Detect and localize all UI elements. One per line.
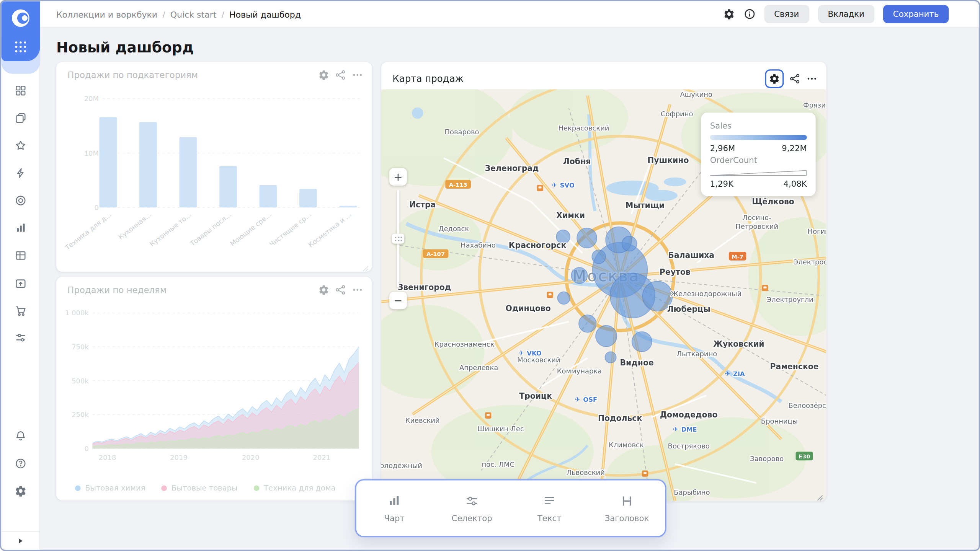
sidebar-item-collections[interactable] [15, 112, 27, 124]
add-text-button[interactable]: Текст [521, 494, 578, 523]
legend-item[interactable]: Бытовые товары [162, 484, 238, 492]
datalens-logo-icon[interactable] [9, 7, 32, 32]
zoom-out-button[interactable]: − [389, 292, 407, 309]
widget-links-icon[interactable] [335, 284, 346, 295]
heading-icon [620, 494, 634, 508]
widget-more-icon[interactable] [806, 73, 817, 84]
save-button[interactable]: Сохранить [883, 5, 949, 23]
bar-category-label: Товары посл… [188, 211, 233, 248]
widget-controls [765, 69, 817, 88]
legend-item[interactable]: Техника для дома [254, 484, 336, 492]
bar-chart: 20M10M0Техника для д…Кухонная…Кухонные т… [77, 91, 364, 266]
links-button[interactable]: Связи [764, 5, 809, 23]
breadcrumb-quick-start[interactable]: Quick start [170, 9, 217, 19]
sales-bubble[interactable] [622, 236, 637, 251]
widget-more-icon[interactable] [352, 284, 363, 295]
bar[interactable] [180, 137, 197, 207]
widget-more-icon[interactable] [352, 69, 363, 80]
road-badge-label: А-107 [426, 251, 445, 257]
widget-settings-gear-icon-active[interactable] [765, 69, 784, 88]
sales-bubble[interactable] [596, 326, 617, 347]
widget-links-icon[interactable] [789, 73, 800, 84]
dashboard-settings-gear-icon[interactable] [723, 8, 735, 20]
bar[interactable] [260, 185, 277, 207]
bar[interactable] [100, 117, 117, 207]
sales-gradient-bar [710, 135, 807, 140]
sidebar-item-grid[interactable] [15, 84, 27, 97]
widget-links-icon[interactable] [335, 69, 346, 80]
airport-plane-icon: ✈ [575, 395, 580, 403]
widget-settings-gear-icon[interactable] [318, 284, 329, 295]
widget-settings-gear-icon[interactable] [318, 69, 329, 80]
sidebar-bottom-nav [1, 430, 40, 497]
widget-map[interactable]: Карта продаж [381, 62, 826, 501]
bar[interactable] [340, 206, 357, 207]
widget-area-chart[interactable]: Продажи по неделям 1 000k750k500k250k020… [56, 277, 372, 500]
sidebar-collapse-button[interactable] [16, 536, 25, 545]
chart-legend: Бытовая химияБытовые товарыТехника для д… [75, 484, 336, 492]
legend-item[interactable]: Бытовая химия [75, 484, 145, 492]
map-town-label: Зеленоград [485, 164, 539, 173]
add-title-button[interactable]: Заголовок [598, 494, 655, 523]
sidebar-item-upload[interactable] [15, 277, 27, 289]
resize-handle[interactable] [363, 262, 369, 269]
sidebar-item-cart[interactable] [15, 304, 27, 317]
info-icon[interactable] [743, 8, 755, 20]
map-town-label: Бронницы [761, 417, 798, 425]
bar[interactable] [139, 122, 157, 207]
add-chart-button[interactable]: Чарт [366, 494, 423, 523]
breadcrumb-current: Новый дашборд [229, 9, 301, 19]
add-widget-toolbar: Чарт Селектор Текст Заголовок [355, 479, 666, 537]
map-town-label: Лосино- [743, 214, 771, 222]
zoom-in-button[interactable]: + [389, 168, 407, 186]
map-canvas[interactable]: МоскваФрязиноАшукиноСофриноНекрасовскийП… [381, 89, 826, 501]
y-tick-label: 1 000k [65, 309, 89, 317]
sales-bubble[interactable] [557, 292, 570, 304]
map-town-label: Фрязино [803, 101, 826, 109]
resize-handle[interactable] [817, 492, 823, 498]
map-town-label: Барыбино [674, 488, 710, 496]
widget-bar-chart[interactable]: Продажи по подкатегориям 20M10M0Техника … [56, 62, 372, 272]
bar-category-label: Косметика и … [307, 211, 353, 249]
sales-bubble[interactable] [592, 250, 606, 264]
map-town-label: Некрасовский [558, 124, 609, 132]
bar[interactable] [219, 166, 237, 207]
sidebar-item-table[interactable] [15, 249, 27, 262]
sidebar-item-target[interactable] [15, 194, 27, 207]
sales-bubble[interactable] [577, 228, 597, 248]
zoom-slider-handle[interactable] [392, 234, 405, 244]
sales-bubble[interactable] [579, 315, 596, 333]
text-icon [542, 494, 556, 508]
selector-icon [465, 494, 479, 508]
tool-label: Заголовок [605, 513, 649, 522]
sales-bubble[interactable] [605, 352, 616, 363]
sidebar-item-flow[interactable] [15, 332, 27, 344]
map-town-label: Поварово [445, 128, 479, 136]
add-selector-button[interactable]: Селектор [443, 494, 501, 523]
orders-legend-label: OrderCount [710, 156, 807, 165]
map-town-label: Мытищи [626, 201, 665, 210]
sidebar-item-favorites[interactable] [15, 139, 27, 152]
map-town-label: Молодёжный [381, 461, 422, 469]
header-actions: Связи Вкладки Сохранить [723, 5, 949, 23]
widget-title: Карта продаж [392, 73, 464, 84]
zoom-slider-track[interactable] [397, 190, 400, 287]
help-icon[interactable] [15, 457, 27, 470]
sidebar-item-bar-chart[interactable] [15, 222, 27, 235]
sales-bubble[interactable] [571, 267, 587, 284]
settings-gear-icon[interactable] [15, 485, 27, 497]
map-zoom-control: + − [389, 168, 407, 309]
notifications-bell-icon[interactable] [15, 430, 27, 442]
map-town-label: Шишкин Лес [477, 425, 524, 433]
rail-station-icon-window [487, 414, 490, 416]
widget-controls [318, 69, 363, 80]
sales-bubble[interactable] [632, 332, 652, 352]
tool-label: Селектор [452, 513, 492, 522]
sidebar-item-flash[interactable] [15, 167, 27, 179]
map-town-label: Видное [620, 358, 654, 367]
apps-grid-icon[interactable] [15, 39, 26, 57]
breadcrumb-collections[interactable]: Коллекции и воркбуки [56, 9, 157, 19]
tabs-button[interactable]: Вкладки [818, 5, 874, 23]
map-town-label: Лыткарино [677, 350, 717, 358]
bar[interactable] [299, 189, 317, 207]
